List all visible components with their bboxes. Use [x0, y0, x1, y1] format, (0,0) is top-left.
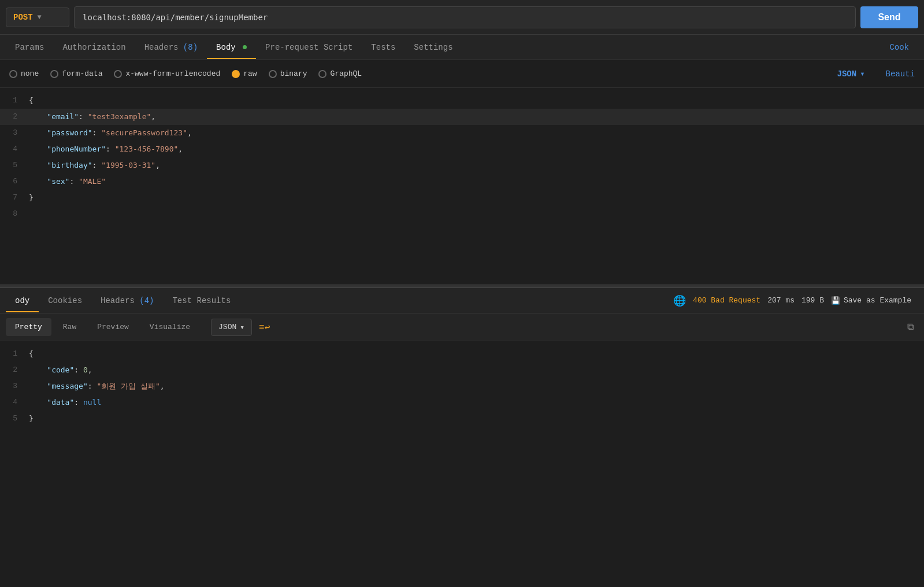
option-graphql[interactable]: GraphQL: [318, 69, 362, 78]
response-status-area: 🌐 400 Bad Request 207 ms 199 B: [673, 294, 824, 307]
save-as-example-button[interactable]: 💾 Save as Example: [824, 296, 918, 305]
copy-icon[interactable]: ⧉: [903, 319, 918, 335]
response-tab-cookies[interactable]: Cookies: [39, 289, 91, 312]
method-dropdown[interactable]: POST ▼: [6, 8, 69, 27]
url-input[interactable]: [74, 6, 856, 28]
option-x-www-form-urlencoded[interactable]: x-www-form-urlencoded: [114, 69, 220, 78]
table-row: 2 "email": "test3example",: [0, 109, 924, 125]
table-row: 8: [0, 206, 924, 222]
radio-none: [9, 70, 17, 78]
save-icon: 💾: [831, 296, 840, 305]
table-row: 1 {: [0, 346, 924, 362]
request-tabs-row: Params Authorization Headers (8) Body Pr…: [0, 35, 924, 60]
table-row: 4 "phoneNumber": "123-456-7890",: [0, 141, 924, 157]
headers-badge: (8): [183, 43, 198, 52]
tab-headers[interactable]: Headers (8): [135, 36, 207, 59]
table-row: 5 }: [0, 411, 924, 427]
option-raw[interactable]: raw: [232, 69, 257, 78]
radio-binary: [269, 70, 277, 78]
table-row: 3 "message": "회원 가입 실패",: [0, 378, 924, 394]
response-tab-body[interactable]: ody: [6, 289, 39, 312]
option-binary[interactable]: binary: [269, 69, 307, 78]
view-tab-raw[interactable]: Raw: [54, 318, 86, 336]
response-tab-headers[interactable]: Headers (4): [91, 289, 163, 312]
response-view-tabs: Pretty Raw Preview Visualize JSON ▾ ≡↩ ⧉: [0, 313, 924, 341]
view-tab-pretty[interactable]: Pretty: [6, 318, 51, 336]
response-size: 199 B: [801, 296, 824, 305]
table-row: 4 "data": null: [0, 394, 924, 411]
table-row: 2 "code": 0,: [0, 362, 924, 378]
response-time: 207 ms: [767, 296, 795, 305]
response-headers-badge: (4): [139, 296, 154, 305]
table-row: 6 "sex": "MALE": [0, 173, 924, 190]
radio-raw: [232, 70, 240, 78]
radio-form-data: [50, 70, 58, 78]
option-none[interactable]: none: [9, 69, 39, 78]
json-dropdown-arrow-icon: ▾: [860, 69, 864, 79]
response-json-arrow-icon: ▾: [240, 323, 244, 332]
view-tab-preview[interactable]: Preview: [88, 318, 138, 336]
table-row: 7 }: [0, 190, 924, 206]
send-button[interactable]: Send: [860, 6, 918, 28]
tab-authorization[interactable]: Authorization: [53, 36, 135, 59]
response-tab-test-results[interactable]: Test Results: [163, 289, 240, 312]
method-label: POST: [13, 13, 33, 22]
response-tabs-row: ody Cookies Headers (4) Test Results 🌐 4…: [0, 288, 924, 313]
beautify-button[interactable]: Beauti: [877, 69, 915, 79]
tab-settings[interactable]: Settings: [405, 36, 462, 59]
table-row: 1 {: [0, 93, 924, 109]
top-bar: POST ▼ Send: [0, 0, 924, 35]
table-row: 3 "password": "securePassword123",: [0, 125, 924, 141]
radio-x-www: [114, 70, 122, 78]
dropdown-arrow-icon: ▼: [38, 13, 42, 21]
response-body-editor[interactable]: 1 { 2 "code": 0, 3 "message": "회원 가입 실패"…: [0, 341, 924, 516]
response-json-selector[interactable]: JSON ▾: [211, 319, 252, 336]
view-tab-visualize[interactable]: Visualize: [140, 318, 199, 336]
globe-icon: 🌐: [673, 294, 686, 307]
option-form-data[interactable]: form-data: [50, 69, 102, 78]
radio-graphql: [318, 70, 326, 78]
cookies-link[interactable]: Cook: [880, 36, 918, 59]
request-body-editor[interactable]: 1 { 2 "email": "test3example", 3 "passwo…: [0, 88, 924, 285]
status-badge: 400 Bad Request: [693, 296, 760, 305]
json-format-selector[interactable]: JSON ▾: [837, 69, 865, 79]
tab-body[interactable]: Body: [207, 36, 256, 59]
tab-tests[interactable]: Tests: [362, 36, 405, 59]
body-options-row: none form-data x-www-form-urlencoded raw…: [0, 60, 924, 88]
response-section: ody Cookies Headers (4) Test Results 🌐 4…: [0, 288, 924, 516]
table-row: 5 "birthday": "1995-03-31",: [0, 157, 924, 173]
tab-pre-request-script[interactable]: Pre-request Script: [256, 36, 362, 59]
body-dot: [243, 45, 247, 49]
wrap-lines-icon[interactable]: ≡↩: [254, 319, 274, 335]
tab-params[interactable]: Params: [6, 36, 53, 59]
